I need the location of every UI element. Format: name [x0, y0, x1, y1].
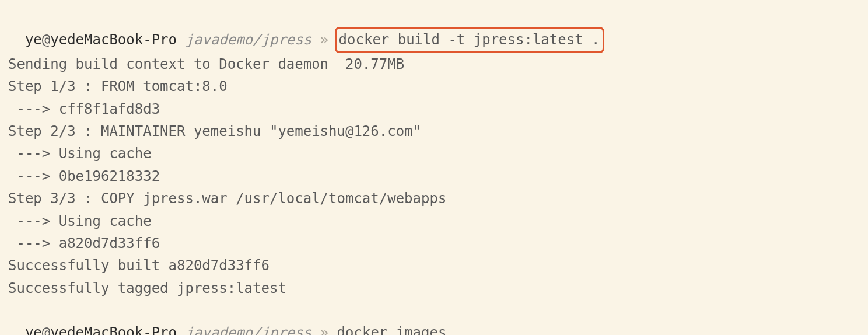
command-highlight: docker build -t jpress:latest . [335, 27, 604, 53]
prompt-separator: » [312, 32, 337, 48]
output-line: Step 1/3 : FROM tomcat:8.0 [8, 75, 860, 97]
prompt-path: javademo/jpress [185, 32, 312, 48]
command-text[interactable]: docker build -t jpress:latest . [339, 32, 600, 48]
prompt-user: ye [25, 32, 42, 48]
output-line: ---> Using cache [8, 210, 860, 232]
output-line: Successfully built a820d7d33ff6 [8, 254, 860, 277]
command-text[interactable]: docker images [337, 324, 447, 335]
prompt-at: @ [42, 32, 50, 48]
prompt-host: yedeMacBook-Pro [50, 32, 177, 48]
prompt-path: javademo/jpress [185, 324, 312, 335]
prompt-host: yedeMacBook-Pro [50, 324, 177, 335]
prompt-separator: » [312, 324, 337, 335]
output-line: Step 2/3 : MAINTAINER yemeishu "yemeishu… [8, 120, 860, 142]
prompt-line-1: ye@yedeMacBook-Pro javademo/jpress » doc… [8, 5, 860, 53]
output-line: Sending build context to Docker daemon 2… [8, 53, 860, 75]
prompt-line-2: ye@yedeMacBook-Pro javademo/jpress » doc… [8, 299, 860, 335]
output-line: Successfully tagged jpress:latest [8, 277, 860, 299]
output-line: ---> 0be196218332 [8, 165, 860, 187]
output-line: ---> a820d7d33ff6 [8, 232, 860, 254]
prompt-at: @ [42, 324, 50, 335]
prompt-user: ye [25, 324, 42, 335]
output-line: ---> cff8f1afd8d3 [8, 98, 860, 120]
output-line: ---> Using cache [8, 142, 860, 165]
output-line: Step 3/3 : COPY jpress.war /usr/local/to… [8, 187, 860, 210]
